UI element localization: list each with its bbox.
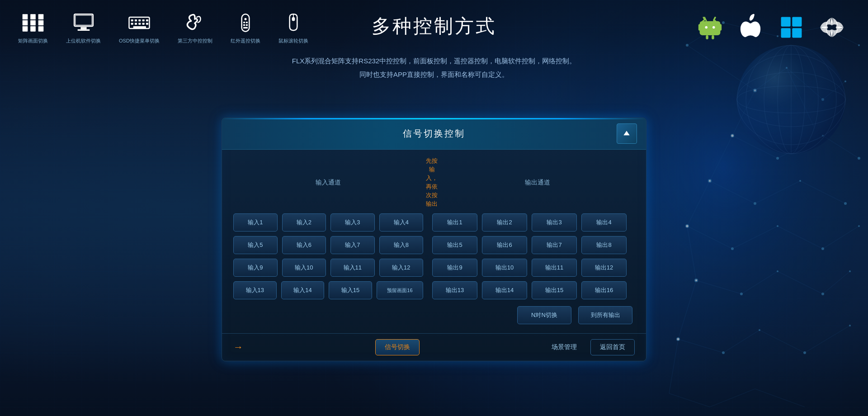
icon-infrared[interactable]: 红外遥控切换 [231, 11, 260, 44]
to-all-outputs-button[interactable]: 到所有输出 [578, 306, 632, 324]
output-btn-8[interactable]: 输出8 [581, 236, 627, 254]
output-btn-16[interactable]: 输出16 [581, 281, 627, 299]
instruction-text: 先按输入，再依次按输出 [426, 157, 438, 207]
svg-rect-110 [243, 22, 245, 23]
output-btn-14[interactable]: 输出14 [482, 281, 527, 299]
svg-rect-111 [246, 22, 248, 23]
svg-rect-126 [792, 17, 802, 26]
footer-right-actions: 场景管理 返回首页 [552, 339, 635, 355]
icon-software[interactable]: 上位机软件切换 [66, 11, 101, 44]
icon-third-party-label: 第三方中控控制 [178, 38, 212, 44]
panel-footer: → 信号切换 场景管理 返回首页 [222, 333, 646, 361]
svg-rect-127 [781, 28, 790, 38]
panel-body: 输入通道 先按输入，再依次按输出 输出通道 输入1 输入2 [222, 150, 646, 333]
svg-rect-88 [38, 20, 44, 25]
output-grid: 输出1 输出2 输出3 输出4 输出5 输出6 输出7 输出8 输出9 [432, 213, 627, 299]
desc-line1: FLX系列混合矩阵支持RS232中控控制，前面板控制，遥控器控制，电脑软件控制，… [292, 54, 576, 68]
svg-rect-101 [146, 19, 148, 21]
output-row-3: 输出9 输出10 输出11 输出12 [432, 259, 627, 277]
svg-rect-113 [246, 24, 248, 25]
icon-mouse[interactable]: 鼠标滚轮切换 [278, 11, 308, 44]
output-btn-13[interactable]: 输出13 [432, 281, 477, 299]
input-btn-12[interactable]: 输入12 [379, 259, 424, 277]
back-home-button[interactable]: 返回首页 [590, 339, 635, 355]
svg-rect-97 [131, 19, 133, 21]
apple-icon [737, 14, 764, 41]
input-btn-15[interactable]: 输入15 [329, 281, 372, 299]
svg-rect-86 [23, 20, 28, 25]
output-btn-12[interactable]: 输出12 [581, 259, 627, 277]
input-btn-16-reserved[interactable]: 预留画面16 [377, 281, 423, 299]
input-btn-5[interactable]: 输入5 [233, 236, 278, 254]
n-to-n-button[interactable]: N对N切换 [517, 306, 571, 324]
output-btn-7[interactable]: 输出7 [532, 236, 577, 254]
output-btn-4[interactable]: 输出4 [581, 213, 627, 232]
output-btn-15[interactable]: 输出15 [532, 281, 577, 299]
svg-rect-128 [792, 28, 802, 38]
panel-title: 信号切换控制 [366, 128, 501, 140]
output-btn-3[interactable]: 输出3 [532, 213, 577, 232]
input-btn-1[interactable]: 输入1 [233, 213, 278, 232]
signal-switch-button[interactable]: 信号切换 [375, 339, 420, 355]
svg-rect-106 [146, 23, 148, 24]
output-btn-1[interactable]: 输出1 [432, 213, 477, 232]
input-btn-8[interactable]: 输入8 [379, 236, 424, 254]
input-row-2: 输入5 输入6 输入7 输入8 [233, 236, 423, 254]
icon-third-party[interactable]: 第三方中控控制 [178, 11, 212, 44]
svg-rect-91 [38, 26, 44, 32]
svg-rect-105 [142, 23, 145, 24]
input-btn-2[interactable]: 输入2 [282, 213, 326, 232]
input-grid: 输入1 输入2 输入3 输入4 输入5 输入6 输入7 输入8 输入9 [233, 213, 423, 299]
output-btn-2[interactable]: 输出2 [482, 213, 527, 232]
svg-rect-89 [23, 26, 28, 32]
output-btn-5[interactable]: 输出5 [432, 236, 477, 254]
icon-matrix[interactable]: 矩阵画面切换 [18, 11, 48, 44]
svg-rect-102 [131, 23, 133, 24]
input-btn-3[interactable]: 输入3 [330, 213, 375, 232]
svg-rect-125 [781, 17, 790, 26]
bottom-actions: N对N切换 到所有输出 [233, 306, 635, 324]
panel-header: 信号切换控制 [222, 118, 646, 150]
svg-rect-103 [135, 23, 137, 24]
os-icons-bar [696, 14, 845, 41]
output-row-1: 输出1 输出2 输出3 输出4 [432, 213, 627, 232]
input-btn-4[interactable]: 输入4 [379, 213, 424, 232]
svg-rect-108 [242, 14, 250, 31]
svg-rect-116 [292, 17, 295, 21]
input-btn-10[interactable]: 输入10 [282, 259, 326, 277]
output-btn-11[interactable]: 输出11 [532, 259, 577, 277]
input-btn-13[interactable]: 输入13 [233, 281, 277, 299]
input-btn-6[interactable]: 输入6 [282, 236, 326, 254]
input-row-4: 输入13 输入14 输入15 预留画面16 [233, 281, 423, 299]
svg-rect-100 [142, 19, 145, 21]
svg-rect-122 [712, 35, 714, 39]
svg-rect-112 [243, 24, 245, 25]
scene-manage-button[interactable]: 场景管理 [552, 343, 577, 351]
output-btn-9[interactable]: 输出9 [432, 259, 477, 277]
svg-rect-90 [30, 26, 36, 32]
icon-infrared-label: 红外遥控切换 [231, 38, 260, 44]
svg-rect-107 [133, 26, 146, 28]
output-btn-10[interactable]: 输出10 [482, 259, 527, 277]
up-arrow-button[interactable] [617, 123, 637, 144]
output-row-4: 输出13 输出14 输出15 输出16 [432, 281, 627, 299]
title-section: 多种控制方式 [372, 14, 496, 39]
icon-osd[interactable]: OSD快捷菜单切换 [119, 11, 160, 44]
output-row-2: 输出5 输出6 输出7 输出8 [432, 236, 627, 254]
svg-rect-119 [698, 24, 701, 31]
desc-line2: 同时也支持APP直接控制，界面和名称可自定义。 [292, 68, 576, 81]
input-btn-9[interactable]: 输入9 [233, 259, 278, 277]
svg-rect-84 [30, 14, 36, 19]
svg-point-117 [705, 26, 708, 28]
input-btn-14[interactable]: 输入14 [281, 281, 325, 299]
input-btn-7[interactable]: 输入7 [330, 236, 375, 254]
svg-rect-93 [80, 27, 86, 29]
input-btn-11[interactable]: 输入11 [330, 259, 375, 277]
svg-rect-83 [23, 14, 28, 19]
svg-rect-87 [30, 20, 36, 25]
android-icon [696, 14, 723, 41]
svg-rect-98 [135, 19, 137, 21]
output-btn-6[interactable]: 输出6 [482, 236, 527, 254]
svg-rect-95 [75, 15, 92, 25]
svg-rect-94 [77, 29, 90, 30]
